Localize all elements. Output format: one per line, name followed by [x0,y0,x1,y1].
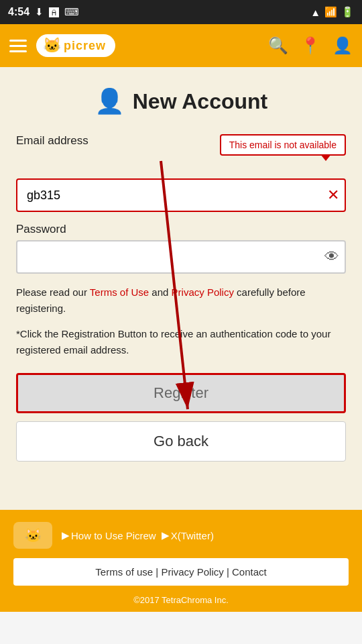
password-input[interactable] [16,240,346,274]
battery-icon: 🔋 [341,6,354,18]
footer: 🐱 ▶ How to Use Picrew ▶ X(Twitter) Terms… [0,510,362,612]
terms-link[interactable]: Terms of Use [90,286,149,298]
footer-bottom-links: Terms of use | Privacy Policy | Contact [13,558,349,586]
logo-name: picrew [64,39,106,53]
header-left: 🐱 picrew [9,34,115,57]
go-back-button[interactable]: Go back [16,421,346,462]
how-to-use-link[interactable]: ▶ How to Use Picrew [62,529,156,541]
header: 🐱 picrew 🔍 📍 👤 [0,24,362,67]
register-button[interactable]: Register [16,373,346,413]
footer-logo-img: 🐱 [13,522,52,549]
twitter-link[interactable]: ▶ X(Twitter) [162,529,214,541]
bullet-icon-2: ▶ [162,529,170,541]
email-error-tooltip: This email is not available [220,134,346,156]
person-icon: 👤 [95,87,125,115]
email-clear-icon[interactable]: ✕ [327,188,339,203]
main-content: 👤 New Account Email address This email i… [0,67,362,510]
search-icon[interactable]: 🔍 [268,36,288,55]
auth-note: *Click the Registration Button to receiv… [16,326,346,358]
keyboard-icon: ⌨ [64,6,79,18]
signal-icon: 📶 [324,6,337,18]
password-form-group: Password 👁 [16,223,346,274]
privacy-link[interactable]: Privacy Policy [172,286,234,298]
menu-button[interactable] [9,40,27,52]
terms-text: Please read our Terms of Use and Privacy… [16,284,346,317]
logo-face-icon: 🐱 [43,37,61,54]
page-title-section: 👤 New Account [16,87,346,115]
footer-links: ▶ How to Use Picrew ▶ X(Twitter) [62,529,214,541]
footer-copyright: ©2017 TetraChroma Inc. [13,592,349,605]
status-time: 4:54 [8,6,29,18]
email-input-wrapper: ✕ [16,178,346,212]
password-input-wrapper: 👁 [16,240,346,274]
status-bar: 4:54 ⬇ 🅰 ⌨ ▲ 📶 🔋 [0,0,362,24]
footer-logo: 🐱 [13,522,52,549]
download-icon: ⬇ [35,6,44,18]
show-password-icon[interactable]: 👁 [324,248,339,266]
email-form-group: Email address This email is not availabl… [16,134,346,212]
profile-icon[interactable]: 👤 [333,36,353,55]
status-left: 4:54 ⬇ 🅰 ⌨ [8,6,79,18]
password-label: Password [16,223,346,236]
logo[interactable]: 🐱 picrew [36,34,115,57]
email-input[interactable] [16,178,346,212]
text-icon: 🅰 [49,7,59,18]
status-right: ▲ 📶 🔋 [310,6,354,18]
header-right: 🔍 📍 👤 [268,36,353,55]
wifi-icon: ▲ [310,7,320,18]
footer-top: 🐱 ▶ How to Use Picrew ▶ X(Twitter) [13,522,349,549]
location-icon[interactable]: 📍 [300,36,320,55]
page-title: New Account [133,89,268,114]
bullet-icon: ▶ [62,529,70,541]
